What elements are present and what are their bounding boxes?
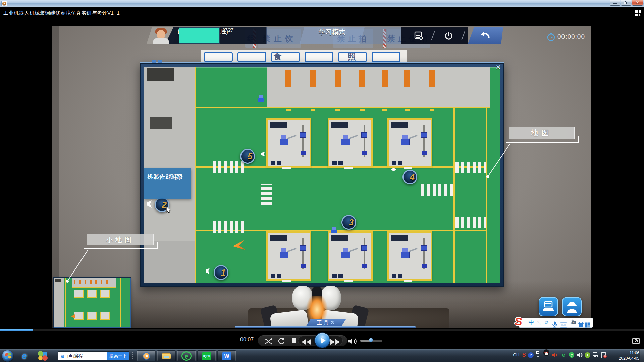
restore-button[interactable]: [621, 0, 631, 6]
marker-number: 4: [410, 171, 415, 183]
tray-qq-icon[interactable]: [543, 349, 549, 356]
map-close-button[interactable]: ✕: [495, 63, 501, 71]
map-marker-1[interactable]: 1: [214, 265, 228, 280]
player-position-arrow: [230, 240, 246, 251]
rewind-button[interactable]: [301, 338, 311, 346]
volume-knob[interactable]: [369, 338, 373, 342]
tray-network-icon[interactable]: [592, 352, 599, 358]
map-callout-label: 地图: [509, 127, 575, 139]
forward-button[interactable]: [330, 338, 340, 346]
minimize-button[interactable]: [610, 0, 620, 6]
door-mark: [404, 280, 412, 282]
map-marker-4[interactable]: 4: [402, 170, 417, 184]
marker-number: 5: [248, 150, 252, 163]
minimap-cell: [74, 290, 84, 298]
skin-icon[interactable]: [578, 320, 584, 329]
tray-360-icon[interactable]: e: [560, 352, 567, 358]
timer-value: 00:00:00: [557, 33, 585, 40]
divider: [288, 337, 288, 344]
lane-line: [195, 107, 267, 108]
stop-button[interactable]: [292, 338, 296, 343]
session-timer: 00:00:00: [547, 32, 591, 42]
crosswalk: [213, 161, 246, 173]
ime-punctuation[interactable]: °,: [536, 318, 542, 327]
taskbar-explorer-button[interactable]: [157, 350, 176, 361]
ime-menu-grid-icon[interactable]: [585, 320, 590, 330]
dock-band: [267, 67, 490, 108]
score-list-icon[interactable]: c: [414, 31, 424, 40]
search-go-button[interactable]: 搜索一下: [107, 352, 129, 360]
tray-sogou-voice-icon[interactable]: [552, 352, 558, 358]
tray-date: 2020-04-05: [611, 356, 639, 361]
documents-button[interactable]: [539, 297, 558, 316]
lane-line: [195, 67, 196, 283]
tray-volume-icon[interactable]: [576, 352, 583, 358]
pole-box: [300, 132, 306, 138]
microphone-icon[interactable]: [552, 320, 558, 329]
robot-arm: [287, 248, 297, 252]
app-icon: [1, 1, 7, 6]
shuffle-icon[interactable]: [264, 337, 274, 345]
taskbar-iqiyi-button[interactable]: iQIYI: [197, 350, 216, 361]
ie-icon[interactable]: e: [19, 351, 30, 361]
tray-update-icon[interactable]: +: [585, 352, 590, 358]
app-flower-icon[interactable]: [38, 351, 48, 361]
seek-bar[interactable]: [0, 329, 644, 331]
minimap-lane: [65, 278, 66, 327]
cabinet: [270, 122, 287, 128]
door-mark: [286, 109, 291, 111]
tray-shield-icon[interactable]: [568, 352, 575, 358]
map-window-decor: [158, 60, 162, 63]
tray-language[interactable]: CH: [512, 352, 521, 358]
map-marker-3[interactable]: 3: [341, 215, 356, 230]
avatar[interactable]: [151, 27, 171, 44]
work-cell: [328, 118, 373, 168]
stopwatch-icon: [547, 32, 555, 42]
tooltip-line2: 拆装作业准备: [147, 172, 183, 182]
crosswalk: [213, 221, 246, 233]
ime-mode-chinese[interactable]: 中: [528, 318, 535, 327]
power-icon[interactable]: [444, 31, 454, 40]
minimap-callout-label: 小地图: [87, 234, 154, 245]
show-desktop-button[interactable]: [640, 349, 644, 362]
tray-sogou-icon[interactable]: S: [521, 352, 527, 358]
search-input[interactable]: [67, 352, 106, 360]
charger: [429, 70, 435, 87]
minimap-charger: [101, 280, 102, 284]
tray-help-icon[interactable]: ?: [528, 352, 534, 358]
taskbar-360-button[interactable]: e: [177, 350, 196, 361]
mute-button[interactable]: [347, 337, 358, 345]
keyboard-icon[interactable]: [560, 320, 567, 330]
window-titlebar[interactable]: ✕: [0, 0, 644, 7]
emoji-icon[interactable]: ☺: [543, 318, 550, 327]
toolbar-grip[interactable]: [131, 352, 134, 360]
tray-show-hidden[interactable]: [536, 351, 540, 360]
taskbar-search-box[interactable]: e 搜索一下: [58, 351, 129, 360]
back-arrow-icon[interactable]: [480, 30, 490, 40]
charger: [335, 70, 341, 87]
tray-clock[interactable]: 11:06 2020-04-05: [611, 350, 639, 361]
ime-toolbar[interactable]: 中 °, ☺ 17: [519, 318, 593, 328]
poi-icon: [390, 167, 397, 172]
taskbar-wmp-button[interactable]: [137, 350, 156, 361]
poi-icon: [260, 151, 266, 157]
login-user-icon[interactable]: 17: [569, 318, 577, 327]
tray-action-center-icon[interactable]: [600, 352, 607, 358]
minimap-cell: [87, 290, 97, 298]
worker-button[interactable]: [562, 297, 582, 316]
close-button[interactable]: ✕: [632, 0, 643, 6]
pole-box: [361, 132, 367, 138]
minimap-charger: [85, 280, 86, 284]
robot-unit: [341, 252, 350, 258]
start-button[interactable]: [2, 350, 13, 362]
minimap[interactable]: [54, 278, 131, 328]
fullscreen-button[interactable]: [632, 337, 640, 345]
minimap-cell: [100, 312, 110, 320]
switch-to-library-icon[interactable]: [635, 10, 644, 17]
play-button[interactable]: [314, 332, 330, 348]
map-marker-5[interactable]: 5: [240, 149, 255, 164]
repeat-icon[interactable]: [276, 337, 286, 345]
taskbar-wps-button[interactable]: W: [217, 350, 236, 361]
sogou-logo[interactable]: S: [515, 315, 522, 328]
poi-icon: [146, 200, 154, 208]
